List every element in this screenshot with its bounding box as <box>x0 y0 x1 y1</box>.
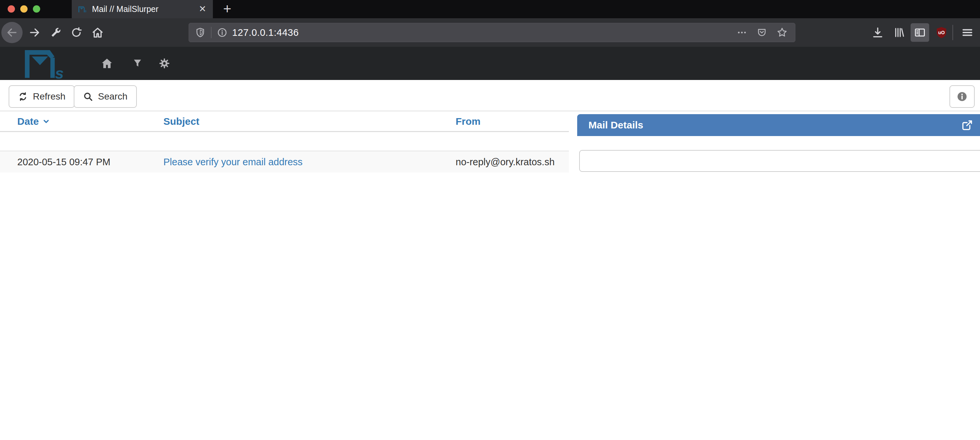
reload-button[interactable] <box>69 27 84 38</box>
mail-details-header: Mail Details <box>577 114 980 136</box>
column-header-date[interactable]: Date <box>17 116 163 127</box>
info-circle-icon <box>956 91 968 102</box>
url-bar[interactable]: 127.0.0.1:4436 <box>189 23 795 42</box>
zoom-window-button[interactable] <box>33 5 40 13</box>
back-button[interactable] <box>1 22 22 43</box>
close-tab-icon[interactable]: ✕ <box>199 5 206 14</box>
search-label: Search <box>98 91 127 102</box>
tab-title: Mail // MailSlurper <box>92 4 194 14</box>
forward-button[interactable] <box>27 27 42 38</box>
open-details-external-button[interactable] <box>960 119 974 132</box>
menu-button[interactable] <box>959 27 976 38</box>
svg-text:s: s <box>85 9 87 13</box>
mail-details-title: Mail Details <box>589 119 643 131</box>
tracking-shield-icon[interactable] <box>195 27 205 38</box>
library-button[interactable] <box>891 27 907 38</box>
new-tab-button[interactable]: + <box>223 1 231 17</box>
url-text[interactable]: 127.0.0.1:4436 <box>232 27 299 38</box>
window-controls <box>8 5 40 13</box>
search-icon <box>83 92 93 102</box>
mail-row[interactable]: 2020-05-15 09:47 PM Please verify your e… <box>0 151 569 173</box>
content: Date Subject From 2020-05-15 09:47 PM Pl… <box>0 111 980 439</box>
sidebar-icon <box>914 27 926 38</box>
minimize-window-button[interactable] <box>20 5 27 13</box>
column-header-subject[interactable]: Subject <box>163 116 456 127</box>
ublock-origin-button[interactable]: uO <box>934 26 949 39</box>
external-link-icon <box>960 119 974 132</box>
empty-row <box>0 132 569 151</box>
search-button[interactable]: Search <box>74 85 137 108</box>
downloads-button[interactable] <box>870 27 885 38</box>
mail-subject-link[interactable]: Please verify your email address <box>163 157 302 167</box>
wrench-icon <box>50 27 61 38</box>
arrow-left-icon <box>6 27 18 38</box>
mail-details-panel: Mail Details <box>577 114 980 172</box>
mail-details-body <box>577 150 980 172</box>
gear-icon <box>158 57 170 69</box>
toolbar-separator <box>953 25 953 40</box>
mail-date: 2020-05-15 09:47 PM <box>17 157 163 168</box>
chevron-down-icon <box>42 118 50 125</box>
browser-tab-strip: s Mail // MailSlurper ✕ + <box>0 0 980 18</box>
refresh-button[interactable]: Refresh <box>9 85 75 108</box>
reload-icon <box>70 27 82 38</box>
home-icon <box>91 26 104 39</box>
refresh-label: Refresh <box>33 91 65 102</box>
mailslurper-logo: s <box>7 48 83 79</box>
urlbar-divider <box>211 27 212 38</box>
info-button[interactable] <box>950 85 975 108</box>
browser-toolbar: 127.0.0.1:4436 <box>0 18 980 47</box>
mail-list: Date Subject From 2020-05-15 09:47 PM Pl… <box>0 111 569 173</box>
mail-from: no-reply@ory.kratos.sh <box>456 157 569 168</box>
hamburger-icon <box>961 27 974 38</box>
mail-details-empty-box <box>579 150 980 172</box>
mailslurper-favicon-icon: s <box>78 6 87 13</box>
bookmark-star-icon[interactable] <box>776 27 788 38</box>
refresh-icon <box>18 92 28 102</box>
action-bar: Refresh Search <box>0 80 980 111</box>
ublock-shield-icon: uO <box>935 26 948 39</box>
svg-text:s: s <box>55 64 64 79</box>
column-header-from[interactable]: From <box>456 116 569 127</box>
home-button[interactable] <box>90 26 105 39</box>
library-icon <box>893 27 905 38</box>
developer-tools-button[interactable] <box>48 27 63 38</box>
svg-text:uO: uO <box>938 30 945 35</box>
screen: s Mail // MailSlurper ✕ + <box>0 0 980 440</box>
sidebar-toggle-button[interactable] <box>911 23 929 42</box>
arrow-right-icon <box>29 27 40 38</box>
mail-list-header: Date Subject From <box>0 111 569 132</box>
nav-settings-button[interactable] <box>158 57 170 69</box>
nav-home-button[interactable] <box>100 57 113 70</box>
nav-filter-button[interactable] <box>132 59 142 68</box>
browser-tab[interactable]: s Mail // MailSlurper ✕ <box>72 0 213 18</box>
close-window-button[interactable] <box>8 5 15 13</box>
home-icon <box>100 57 113 70</box>
download-icon <box>872 27 884 38</box>
page-actions-icon[interactable] <box>737 27 747 38</box>
funnel-icon <box>132 59 142 68</box>
site-info-icon[interactable] <box>217 27 228 38</box>
pocket-icon[interactable] <box>757 27 767 38</box>
mailslurper-navbar: s <box>0 47 980 80</box>
